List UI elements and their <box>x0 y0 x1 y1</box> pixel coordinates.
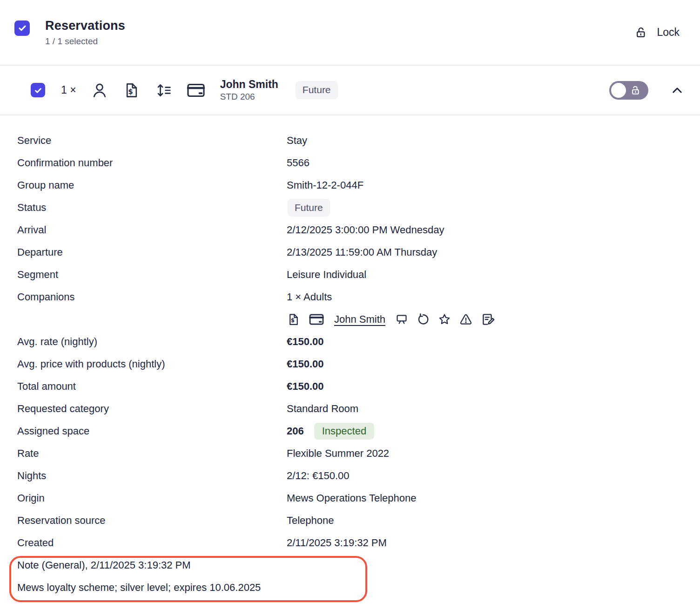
chevron-up-icon <box>670 83 684 97</box>
detail-value: 2/13/2025 11:59:00 AM Thursday <box>287 246 437 258</box>
detail-label: Segment <box>17 269 287 281</box>
detail-label: Created <box>17 537 287 549</box>
detail-row-departure: Departure 2/13/2025 11:59:00 AM Thursday <box>0 241 700 264</box>
detail-label: Departure <box>17 246 287 258</box>
svg-text:$: $ <box>128 87 133 95</box>
detail-row-avg-price: Avg. price with products (nightly) €150.… <box>0 353 700 375</box>
detail-value: 2/12: €150.00 <box>287 470 350 482</box>
detail-label: Companions <box>17 286 287 308</box>
detail-value: Flexible Summer 2022 <box>287 447 389 460</box>
status-badge: Future <box>296 81 338 99</box>
star-icon[interactable] <box>438 312 451 326</box>
detail-value: Telephone <box>287 515 334 527</box>
reservation-row[interactable]: 1 × $ John Smith STD 206 Future <box>0 66 700 115</box>
detail-label: Rate <box>17 447 287 460</box>
detail-value: Stay <box>287 135 307 147</box>
detail-row-nights: Nights 2/12: €150.00 <box>0 465 700 487</box>
selected-count: 1 / 1 selected <box>45 36 125 47</box>
reservation-quantity: 1 × <box>61 84 76 96</box>
detail-row-created: Created 2/11/2025 3:19:32 PM <box>0 532 700 554</box>
detail-label: Status <box>17 202 287 214</box>
detail-row-segment: Segment Leisure Individual <box>0 264 700 286</box>
detail-value: Leisure Individual <box>287 269 366 281</box>
detail-value: Smith-12-2-044F <box>287 179 363 191</box>
detail-label: Nights <box>17 470 287 482</box>
detail-row-service: Service Stay <box>0 129 700 152</box>
detail-label: Requested category <box>17 403 287 415</box>
details-list: Service Stay Confirmation number 5566 Gr… <box>0 115 700 554</box>
lock-button-label: Lock <box>657 26 680 39</box>
note-edit-icon[interactable] <box>480 312 495 327</box>
detail-row-origin: Origin Mews Operations Telephone <box>0 487 700 509</box>
detail-label: Service <box>17 135 287 147</box>
detail-row-assigned-space: Assigned space 206 Inspected <box>0 420 700 442</box>
detail-label: Reservation source <box>17 515 287 527</box>
credit-card-icon[interactable] <box>186 80 206 101</box>
detail-label: Avg. rate (nightly) <box>17 336 287 348</box>
detail-value: 5566 <box>287 157 310 169</box>
reservation-checkbox[interactable] <box>31 83 45 97</box>
lock-open-icon <box>635 26 648 39</box>
guest-link[interactable]: John Smith <box>334 313 385 325</box>
detail-row-avg-rate: Avg. rate (nightly) €150.00 <box>0 331 700 353</box>
refresh-icon[interactable] <box>416 312 430 326</box>
detail-value: €150.00 <box>287 336 324 348</box>
credit-card-icon[interactable] <box>308 311 325 328</box>
detail-label: Assigned space <box>17 425 287 437</box>
detail-label: Total amount <box>17 380 287 393</box>
page-title: Reservations <box>45 19 125 33</box>
lock-open-icon <box>629 84 641 96</box>
detail-value: Mews Operations Telephone <box>287 492 416 504</box>
check-icon <box>34 86 43 95</box>
detail-row-group-name: Group name Smith-12-2-044F <box>0 174 700 197</box>
message-icon[interactable] <box>395 312 409 326</box>
detail-row-total-amount: Total amount €150.00 <box>0 375 700 398</box>
assigned-space-number: 206 <box>287 425 304 437</box>
detail-row-rate: Rate Flexible Summer 2022 <box>0 442 700 465</box>
guest-name: John Smith <box>220 78 278 91</box>
invoice-icon[interactable]: $ <box>121 80 142 101</box>
warning-icon[interactable] <box>459 312 473 326</box>
status-badge: Future <box>288 199 330 217</box>
svg-text:$: $ <box>291 317 295 324</box>
detail-label: Arrival <box>17 224 287 236</box>
note-header: Note (General), 2/11/2025 3:19:32 PM <box>17 554 700 576</box>
detail-value: Standard Room <box>287 403 358 415</box>
reservation-detail-panel: Reservations 1 / 1 selected Lock 1 × $ <box>0 0 700 610</box>
detail-value: 2/11/2025 3:19:32 PM <box>287 537 387 549</box>
detail-label: Confirmation number <box>17 157 287 169</box>
sort-icon[interactable] <box>154 80 174 101</box>
collapse-button[interactable] <box>670 83 684 97</box>
lock-toggle[interactable] <box>609 81 648 100</box>
toggle-knob <box>611 83 626 98</box>
detail-row-requested-category: Requested category Standard Room <box>0 398 700 420</box>
detail-label: Avg. price with products (nightly) <box>17 358 287 370</box>
detail-row-reservation-source: Reservation source Telephone <box>0 509 700 532</box>
detail-label: Group name <box>17 179 287 191</box>
space-code: STD 206 <box>220 92 278 102</box>
detail-value: €150.00 <box>287 358 324 370</box>
panel-header: Reservations 1 / 1 selected Lock <box>0 0 700 66</box>
note-section: Note (General), 2/11/2025 3:19:32 PM Mew… <box>0 554 700 599</box>
detail-row-confirmation-number: Confirmation number 5566 <box>0 152 700 174</box>
note-body: Mews loyalty scheme; silver level; expir… <box>17 576 700 599</box>
detail-value: 2/12/2025 3:00:00 PM Wednesday <box>287 224 444 236</box>
lock-button[interactable]: Lock <box>635 26 680 39</box>
detail-row-status: Status Future <box>0 197 700 219</box>
check-icon <box>17 23 27 33</box>
invoice-icon[interactable]: $ <box>287 312 301 326</box>
inspected-badge: Inspected <box>314 423 374 440</box>
detail-value: €150.00 <box>287 380 324 393</box>
detail-label: Origin <box>17 492 287 504</box>
detail-row-companions: Companions 1 × Adults $ John Smith <box>0 286 700 331</box>
select-all-checkbox[interactable] <box>14 20 30 36</box>
companions-count: 1 × Adults <box>287 286 495 308</box>
detail-row-arrival: Arrival 2/12/2025 3:00:00 PM Wednesday <box>0 219 700 241</box>
person-icon[interactable] <box>89 80 110 101</box>
